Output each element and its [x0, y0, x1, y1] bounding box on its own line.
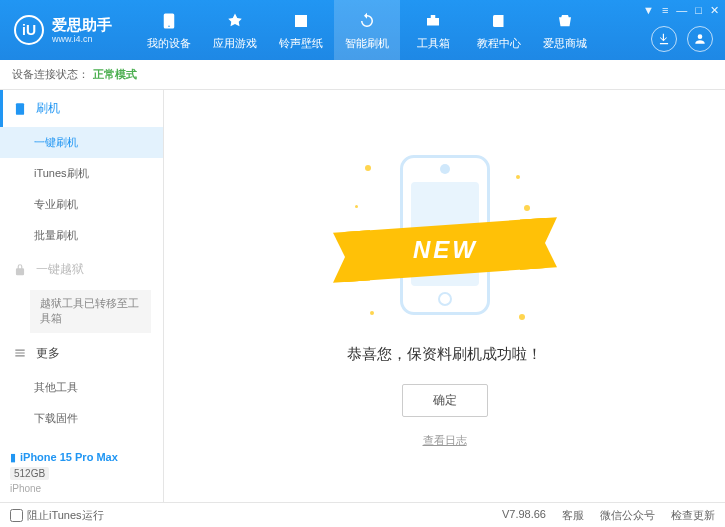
ribbon-text: NEW — [412, 236, 477, 264]
more-icon — [12, 345, 28, 361]
device-phone-icon: ▮ — [10, 451, 16, 463]
toolbox-icon — [422, 10, 444, 32]
apps-icon — [224, 10, 246, 32]
sidebar-item-pro[interactable]: 专业刷机 — [0, 189, 163, 220]
app-header: iU 爱思助手 www.i4.cn 我的设备 应用游戏 铃声壁纸 智能刷机 工具… — [0, 0, 725, 60]
version-label: V7.98.66 — [502, 508, 546, 523]
nav-toolbox[interactable]: 工具箱 — [400, 0, 466, 60]
sidebar-cat-more[interactable]: 更多 — [0, 335, 163, 372]
sidebar-item-itunes[interactable]: iTunes刷机 — [0, 158, 163, 189]
minimize-icon[interactable]: — — [676, 4, 687, 17]
nav-apps[interactable]: 应用游戏 — [202, 0, 268, 60]
brand-area: iU 爱思助手 www.i4.cn — [0, 15, 126, 45]
window-controls: ▼ ≡ — □ ✕ — [643, 4, 719, 17]
top-nav: 我的设备 应用游戏 铃声壁纸 智能刷机 工具箱 教程中心 爱思商城 — [136, 0, 598, 60]
lock-icon — [12, 262, 28, 278]
status-label: 设备连接状态： — [12, 67, 89, 82]
footer: 阻止iTunes运行 V7.98.66 客服 微信公众号 检查更新 — [0, 502, 725, 527]
nav-store[interactable]: 爱思商城 — [532, 0, 598, 60]
phone-outline-icon — [12, 101, 28, 117]
view-log-link[interactable]: 查看日志 — [423, 433, 467, 448]
tshirt-icon[interactable]: ▼ — [643, 4, 654, 17]
sidebar: 刷机 一键刷机 iTunes刷机 专业刷机 批量刷机 一键越狱 越狱工具已转移至… — [0, 90, 164, 502]
sidebar-item-firmware[interactable]: 下载固件 — [0, 403, 163, 434]
brand-title: 爱思助手 — [52, 16, 112, 34]
nav-flash[interactable]: 智能刷机 — [334, 0, 400, 60]
footer-link-update[interactable]: 检查更新 — [671, 508, 715, 523]
nav-wallpaper[interactable]: 铃声壁纸 — [268, 0, 334, 60]
brand-subtitle: www.i4.cn — [52, 34, 112, 45]
sidebar-cat-jailbreak: 一键越狱 — [0, 251, 163, 288]
main-content: NEW 恭喜您，保资料刷机成功啦！ 确定 查看日志 — [164, 90, 725, 502]
device-info[interactable]: ▮iPhone 15 Pro Max 512GB iPhone — [0, 443, 163, 502]
device-storage: 512GB — [10, 467, 49, 480]
close-icon[interactable]: ✕ — [710, 4, 719, 17]
refresh-icon — [356, 10, 378, 32]
ok-button[interactable]: 确定 — [402, 384, 488, 417]
success-illustration: NEW — [345, 145, 545, 325]
sidebar-item-other[interactable]: 其他工具 — [0, 372, 163, 403]
success-message: 恭喜您，保资料刷机成功啦！ — [347, 345, 542, 364]
sidebar-jailbreak-note[interactable]: 越狱工具已转移至工具箱 — [30, 290, 151, 333]
sidebar-item-batch[interactable]: 批量刷机 — [0, 220, 163, 251]
status-bar: 设备连接状态： 正常模式 — [0, 60, 725, 90]
user-button[interactable] — [687, 26, 713, 52]
download-button[interactable] — [651, 26, 677, 52]
phone-icon — [158, 10, 180, 32]
checkbox-block-itunes[interactable]: 阻止iTunes运行 — [10, 508, 104, 523]
sidebar-item-oneclick[interactable]: 一键刷机 — [0, 127, 163, 158]
footer-link-wechat[interactable]: 微信公众号 — [600, 508, 655, 523]
device-name: iPhone 15 Pro Max — [20, 451, 118, 463]
brand-logo-icon: iU — [14, 15, 44, 45]
status-value: 正常模式 — [93, 67, 137, 82]
book-icon — [488, 10, 510, 32]
maximize-icon[interactable]: □ — [695, 4, 702, 17]
image-icon — [290, 10, 312, 32]
device-type: iPhone — [10, 483, 153, 494]
nav-my-device[interactable]: 我的设备 — [136, 0, 202, 60]
nav-tutorial[interactable]: 教程中心 — [466, 0, 532, 60]
store-icon — [554, 10, 576, 32]
sidebar-item-advanced[interactable]: 高级功能 — [0, 434, 163, 443]
sidebar-cat-flash[interactable]: 刷机 — [0, 90, 163, 127]
menu-icon[interactable]: ≡ — [662, 4, 668, 17]
footer-link-service[interactable]: 客服 — [562, 508, 584, 523]
